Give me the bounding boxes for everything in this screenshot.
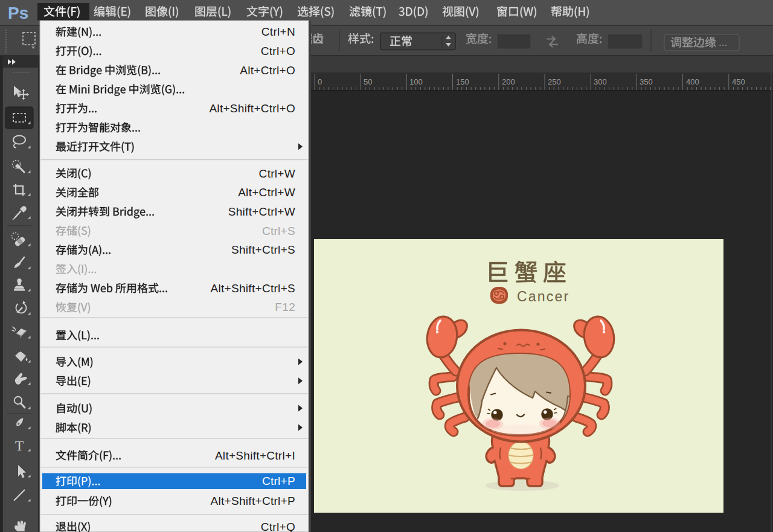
svg-text:0: 0 — [318, 77, 322, 86]
svg-text:250: 250 — [548, 77, 561, 86]
svg-text:100: 100 — [409, 77, 423, 86]
svg-text:F12: F12 — [275, 301, 295, 313]
svg-text:Ps: Ps — [8, 4, 28, 22]
svg-text:Shift+Ctrl+S: Shift+Ctrl+S — [231, 243, 295, 256]
svg-text:Ctrl+S: Ctrl+S — [262, 225, 295, 237]
svg-text:Alt+Ctrl+O: Alt+Ctrl+O — [240, 64, 295, 77]
svg-text:Ctrl+O: Ctrl+O — [261, 45, 295, 57]
svg-text:Alt+Shift+Ctrl+O: Alt+Shift+Ctrl+O — [209, 102, 295, 115]
svg-text:Alt+Shift+Ctrl+I: Alt+Shift+Ctrl+I — [215, 449, 295, 462]
svg-text:Ctrl+W: Ctrl+W — [259, 167, 295, 180]
svg-text:200: 200 — [502, 77, 515, 86]
svg-text:Cancer: Cancer — [517, 289, 569, 304]
svg-text:Ctrl+Q: Ctrl+Q — [261, 521, 295, 532]
svg-text:Shift+Ctrl+W: Shift+Ctrl+W — [228, 205, 295, 218]
svg-text:T: T — [15, 438, 24, 453]
svg-text:50: 50 — [364, 77, 372, 86]
svg-text:150: 150 — [456, 77, 469, 86]
svg-text:Alt+Shift+Ctrl+P: Alt+Shift+Ctrl+P — [211, 495, 296, 507]
svg-text:300: 300 — [594, 77, 607, 86]
svg-text:Alt+Ctrl+W: Alt+Ctrl+W — [238, 186, 295, 199]
svg-text:Ctrl+N: Ctrl+N — [261, 25, 295, 38]
svg-text:450: 450 — [732, 77, 745, 86]
svg-text:...: ... — [719, 37, 727, 48]
svg-text:400: 400 — [686, 77, 699, 86]
svg-text:350: 350 — [640, 77, 653, 86]
svg-text:Ctrl+P: Ctrl+P — [262, 475, 295, 487]
svg-text:Alt+Shift+Ctrl+S: Alt+Shift+Ctrl+S — [211, 282, 296, 295]
